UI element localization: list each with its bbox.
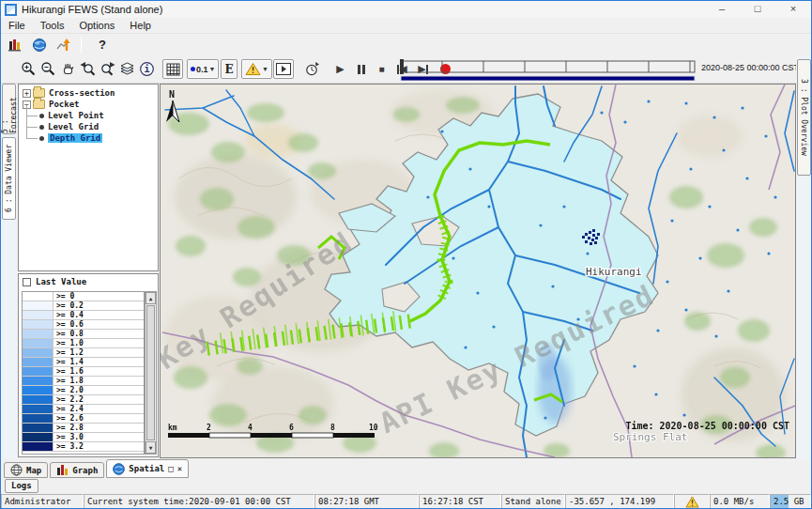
zoom-previous-icon[interactable] (79, 59, 97, 79)
bar-chart-icon (56, 464, 69, 476)
map-panel: API Key Required API Key Required Hikura… (160, 84, 796, 458)
legend-row: >= 0 (23, 292, 144, 301)
timeseries-chart-icon[interactable] (54, 36, 74, 54)
timer-export-icon[interactable] (303, 59, 321, 79)
tree-item-depth-grid[interactable]: Depth Grid (23, 132, 158, 144)
zoom-out-icon[interactable] (39, 59, 57, 79)
tree-label: Pocket (49, 100, 80, 109)
menu-tools[interactable]: Tools (33, 19, 72, 32)
legend-list: >= 0 >= 0.2 >= 0.4 >= 0.6 >= 0.8 >= 1.0 … (22, 291, 145, 455)
legend-row: >= 0.8 (23, 330, 144, 339)
tab-data-viewer[interactable]: 6 : Data Viewer (2, 137, 16, 220)
legend-row: >= 3.0 (23, 433, 144, 442)
label-e: E (224, 63, 233, 76)
last-value-label: Last Value (36, 277, 86, 286)
tab-restore-icon[interactable]: □ (168, 464, 173, 473)
svg-text:i: i (144, 64, 149, 74)
legend-row: >= 1.4 (23, 358, 144, 367)
tree-label: Level Point (48, 111, 104, 120)
tree-connector (26, 116, 38, 128)
tree-connector (26, 128, 38, 139)
slider-handle (400, 59, 404, 74)
menu-options[interactable]: Options (71, 19, 122, 32)
legend-panel: Last Value >= 0 >= 0.2 >= 0.4 >= 0.6 >= … (18, 273, 159, 457)
legend-row: >= 2.4 (23, 405, 144, 414)
threshold-dropdown[interactable]: 0.1 ▼ (187, 59, 219, 79)
close-button[interactable]: × (775, 1, 811, 18)
zoom-in-icon[interactable] (20, 59, 38, 79)
expand-plus-icon[interactable]: + (23, 89, 31, 98)
zoom-next-icon[interactable] (99, 59, 116, 79)
tab-spatial[interactable]: Spatial □ ✕ (106, 459, 189, 478)
tree-item-pocket[interactable]: − Pocket (23, 99, 158, 110)
legend-row: >= 1.0 (23, 339, 144, 348)
legend-row: >= 1.2 (23, 348, 144, 358)
svg-text:4: 4 (248, 424, 253, 432)
tab-plot-overview[interactable]: 3 : Plot Overview (797, 59, 811, 176)
tab-spatial-label: Spatial (129, 464, 164, 473)
warning-triangle-icon: ! (685, 496, 699, 508)
legend-row: >= 3.2 (23, 442, 144, 452)
title-bar: Hikurangi FEWS (Stand alone) – □ × (1, 1, 811, 18)
tab-graph[interactable]: Graph (50, 462, 104, 478)
scroll-thumb[interactable] (146, 305, 155, 440)
pan-hand-icon[interactable] (59, 59, 77, 79)
scroll-down-icon[interactable]: ▼ (146, 441, 156, 454)
play-button[interactable]: ▶ (331, 59, 349, 79)
tab-map[interactable]: Map (4, 462, 48, 478)
info-icon[interactable]: i (138, 59, 156, 79)
tab-close-icon[interactable]: ✕ (177, 464, 182, 473)
menu-help[interactable]: Help (122, 19, 159, 32)
node-bullet-icon (39, 114, 44, 118)
tab-forecast[interactable]: 5 : Forecast (2, 84, 16, 134)
legend-row: >= 1.6 (23, 367, 144, 377)
scroll-up-icon[interactable]: ▲ (146, 292, 156, 304)
globe-icon[interactable] (29, 36, 50, 54)
pause-button[interactable] (352, 59, 370, 79)
grid-display-button[interactable] (162, 59, 183, 79)
folder-icon (33, 88, 45, 98)
minimize-button[interactable]: – (704, 1, 740, 18)
data-viewer-panel: + Cross-section − Pocket Level Point Lev… (17, 84, 160, 458)
status-memory[interactable]: 2.5 GB (770, 494, 811, 509)
right-tab-strip: 3 : Plot Overview (796, 55, 812, 458)
last-value-row: Last Value (19, 274, 158, 289)
status-transfer-rate: 0.0 MB/s (710, 494, 770, 509)
svg-text:N: N (169, 89, 175, 100)
menu-file[interactable]: File (1, 19, 33, 32)
tree-item-level-point[interactable]: Level Point (23, 110, 158, 121)
window-title: Hikurangi FEWS (Stand alone) (22, 4, 162, 15)
label-button[interactable]: E (221, 59, 237, 79)
svg-text:6: 6 (289, 424, 294, 432)
help-button[interactable]: ? (92, 36, 113, 54)
time-slider[interactable] (399, 58, 697, 81)
town-label: Hikurangi (586, 266, 642, 278)
app-logo-icon (5, 4, 17, 16)
stop-button[interactable]: ■ (373, 59, 391, 79)
folder-icon (33, 100, 45, 109)
logs-button[interactable]: Logs (5, 479, 38, 493)
status-warning-cell[interactable]: ! (674, 494, 710, 509)
status-bar: Administrator Current system time:2020-0… (1, 494, 811, 509)
animation-panel-button[interactable] (273, 59, 294, 79)
left-tab-strip: 5 : Forecast 6 : Data Viewer (1, 84, 17, 458)
node-bullet-icon (39, 125, 44, 130)
time-span-bar (401, 76, 695, 81)
map-toolbar: i 0.1 ▼ E ! ▼ ▶ ■ ◀ ▶ 2020-08-25 00:0 (1, 55, 811, 84)
maximize-button[interactable]: □ (740, 1, 775, 18)
tree-item-level-grid[interactable]: Level Grid (23, 121, 158, 132)
legend-row: >= 2.2 (23, 395, 144, 405)
explorer-bars-icon[interactable] (5, 36, 25, 54)
tree-item-cross-section[interactable]: + Cross-section (23, 87, 158, 99)
toolbar-separator (81, 37, 82, 54)
warning-dropdown[interactable]: ! ▼ (241, 59, 272, 79)
layers-icon[interactable] (118, 59, 136, 79)
map-canvas[interactable]: API Key Required API Key Required Hikura… (161, 85, 795, 457)
last-value-checkbox[interactable] (23, 278, 31, 286)
tab-map-label: Map (26, 466, 41, 475)
filter-tree: + Cross-section − Pocket Level Point Lev… (18, 84, 159, 271)
status-coordinates: -35.657 , 174.199 (565, 494, 674, 509)
legend-row: >= 0.4 (23, 311, 144, 320)
tree-label-selected: Depth Grid (48, 133, 102, 143)
legend-scrollbar[interactable]: ▲ ▼ (145, 291, 157, 455)
